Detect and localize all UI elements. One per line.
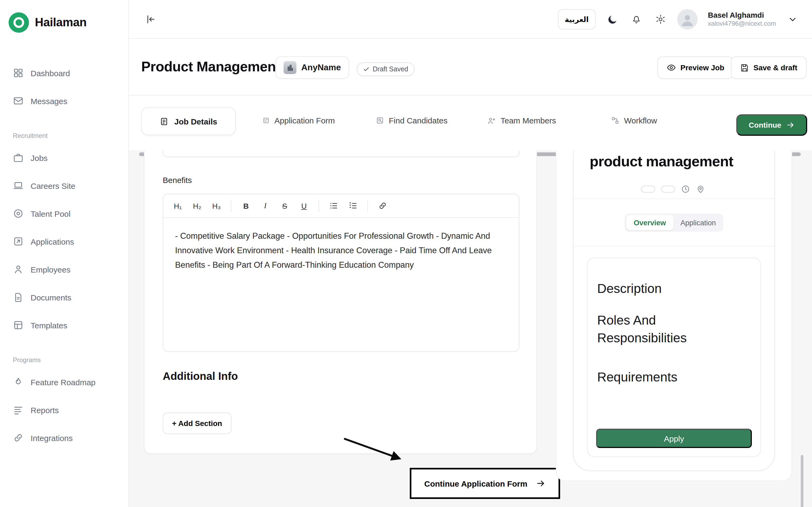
continue-label: Continue — [749, 121, 781, 129]
sidebar-item-integrations[interactable]: Integrations — [6, 427, 122, 449]
divider — [573, 246, 774, 246]
tab-workflow[interactable]: Workflow — [611, 116, 657, 125]
job-preview-panel: product management Overview Application … — [556, 150, 792, 481]
heading1-button[interactable]: H₁ — [169, 197, 187, 214]
sidebar-item-label: Reports — [31, 405, 59, 414]
ordered-list-icon[interactable] — [344, 197, 362, 214]
sidebar-item-templates[interactable]: Templates — [6, 315, 122, 336]
toolbar-divider — [231, 200, 232, 212]
preview-section-requirements: Requirements — [597, 368, 751, 386]
insert-link-icon[interactable] — [373, 197, 392, 214]
sidebar-item-careers-site[interactable]: Careers Site — [6, 175, 122, 196]
briefcase-icon — [13, 152, 23, 163]
toolbar-divider — [367, 200, 368, 212]
benefits-editor-content[interactable]: - Competitive Salary Package - Opportuni… — [163, 218, 519, 283]
bullet-list-icon[interactable] — [324, 197, 343, 214]
phone-preview-frame: product management Overview Application … — [573, 150, 775, 471]
apply-button[interactable]: Apply — [596, 429, 752, 448]
sidebar-section-recruitment: Recruitment — [6, 118, 122, 147]
gear-icon[interactable] — [653, 12, 668, 27]
bold-button[interactable]: B — [237, 197, 255, 214]
continue-button[interactable]: Continue — [736, 114, 807, 136]
sidebar-item-documents[interactable]: Documents — [6, 286, 122, 308]
save-draft-button[interactable]: Save & draft — [731, 56, 806, 79]
job-steps-tabs: Job Details Application Form Find Candid… — [129, 96, 812, 150]
chevron-down-icon[interactable] — [785, 12, 800, 27]
brand-logo[interactable]: Hailaman — [0, 9, 129, 34]
avatar[interactable] — [677, 9, 698, 30]
sidebar-item-label: Templates — [31, 321, 67, 330]
sidebar-section-programs: Programs — [6, 342, 122, 371]
brand-name: Hailaman — [35, 15, 87, 30]
tab-team-members[interactable]: Team Members — [487, 116, 556, 125]
job-details-form-card: Benefits H₁ H₂ H₃ B I S U — [144, 150, 537, 454]
benefits-label: Benefits — [163, 175, 518, 186]
tab-workflow-label: Workflow — [624, 116, 657, 125]
tab-application-form-label: Application Form — [274, 116, 335, 125]
sidebar-item-label: Careers Site — [31, 181, 75, 190]
preview-overview-card: Description Roles And Responsibilities R… — [587, 258, 761, 457]
sidebar-item-label: Messages — [31, 96, 67, 105]
tab-find-candidates[interactable]: Find Candidates — [376, 116, 447, 125]
preview-job-button[interactable]: Preview Job — [657, 56, 733, 79]
user-name: Basel Alghamdi — [708, 10, 776, 20]
preview-job-label: Preview Job — [680, 63, 724, 72]
heading2-button[interactable]: H₂ — [188, 197, 206, 214]
company-chip[interactable]: AnyName — [275, 56, 349, 79]
person-icon — [13, 264, 23, 275]
dark-mode-moon-icon[interactable] — [605, 12, 620, 27]
tab-application-form[interactable]: Application Form — [263, 116, 335, 125]
tab-find-candidates-label: Find Candidates — [389, 116, 447, 125]
additional-info-heading: Additional Info — [163, 370, 518, 383]
sidebar-item-messages[interactable]: Messages — [6, 90, 122, 112]
topbar: العربية Basel Alghamdi xalovi4796@nicext… — [129, 0, 812, 39]
strikethrough-button[interactable]: S — [275, 197, 294, 214]
flame-icon — [13, 377, 23, 387]
topbar-actions: العربية Basel Alghamdi xalovi4796@nicext… — [558, 0, 800, 39]
content-area: Benefits H₁ H₂ H₃ B I S U — [129, 150, 812, 507]
talent-pool-icon — [13, 208, 23, 219]
italic-button[interactable]: I — [256, 197, 274, 214]
job-details-icon — [160, 117, 169, 126]
vertical-scrollbar[interactable] — [801, 455, 803, 507]
sidebar-item-jobs[interactable]: Jobs — [6, 147, 122, 168]
preview-tab-overview[interactable]: Overview — [626, 215, 673, 230]
sidebar-item-label: Feature Roadmap — [31, 378, 96, 387]
arrow-right-icon — [786, 121, 795, 129]
eye-icon — [666, 63, 676, 72]
reports-icon — [13, 404, 23, 415]
previous-field-input[interactable] — [163, 150, 519, 157]
tab-team-members-label: Team Members — [501, 116, 556, 125]
find-candidates-icon — [376, 116, 384, 124]
bell-icon[interactable] — [629, 12, 644, 27]
hailaman-logo-icon — [9, 12, 29, 33]
add-section-button[interactable]: + Add Section — [163, 412, 232, 434]
underline-button[interactable]: U — [295, 197, 313, 214]
continue-application-form-label: Continue Application Form — [424, 479, 527, 488]
tab-job-details-label: Job Details — [174, 117, 217, 126]
sidebar-item-applications[interactable]: Applications — [6, 231, 122, 252]
language-button[interactable]: العربية — [558, 9, 596, 30]
divider — [573, 199, 774, 199]
heading3-button[interactable]: H₃ — [207, 197, 225, 214]
workflow-icon — [611, 116, 619, 124]
page-title: Product Management — [141, 58, 280, 75]
collapse-sidebar-icon[interactable] — [143, 11, 159, 27]
sidebar-item-reports[interactable]: Reports — [6, 399, 122, 420]
preview-tab-application[interactable]: Application — [674, 215, 722, 230]
sidebar-item-employees[interactable]: Employees — [6, 259, 122, 280]
continue-application-form-button[interactable]: Continue Application Form — [410, 468, 560, 499]
company-name: AnyName — [301, 63, 341, 72]
app-root: Hailaman Dashboard Messages Recruitment … — [0, 0, 812, 507]
sidebar-nav: Dashboard Messages Recruitment Jobs Care… — [0, 34, 129, 449]
sidebar-item-feature-roadmap[interactable]: Feature Roadmap — [6, 371, 122, 393]
user-email: xalovi4796@nicext.com — [708, 20, 776, 29]
company-logo-thumbnail — [284, 61, 296, 74]
page-header: Product Management AnyName Draft Saved P… — [129, 39, 812, 96]
sidebar-item-label: Integrations — [31, 433, 73, 442]
sidebar-item-dashboard[interactable]: Dashboard — [6, 62, 122, 84]
user-meta[interactable]: Basel Alghamdi xalovi4796@nicext.com — [708, 10, 776, 29]
tab-job-details[interactable]: Job Details — [141, 107, 236, 135]
link-icon — [13, 433, 23, 443]
sidebar-item-talent-pool[interactable]: Talent Pool — [6, 203, 122, 224]
